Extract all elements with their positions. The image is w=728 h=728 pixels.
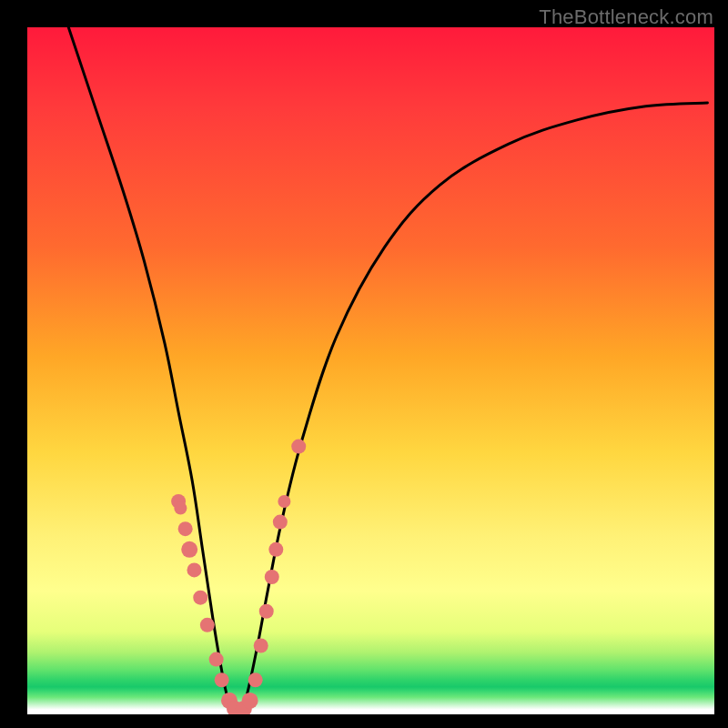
data-marker <box>200 618 215 632</box>
data-marker <box>242 693 258 709</box>
data-marker <box>268 542 283 557</box>
bottleneck-curve <box>68 27 707 713</box>
chart-stage: TheBottleneck.com <box>0 0 728 728</box>
data-marker <box>174 502 187 515</box>
curve-layer <box>27 27 714 714</box>
watermark-text: TheBottleneck.com <box>539 5 713 29</box>
data-marker <box>291 440 306 454</box>
data-marker <box>259 604 274 619</box>
data-marker <box>178 521 193 536</box>
data-marker <box>193 591 207 605</box>
data-marker <box>254 639 268 653</box>
data-marker <box>181 541 197 558</box>
data-marker <box>187 562 201 577</box>
data-marker <box>209 652 224 667</box>
data-marker <box>278 495 290 508</box>
data-marker <box>215 672 229 687</box>
plot-area <box>27 27 714 714</box>
data-marker <box>265 570 279 584</box>
data-marker <box>248 672 263 687</box>
data-marker <box>273 515 288 530</box>
